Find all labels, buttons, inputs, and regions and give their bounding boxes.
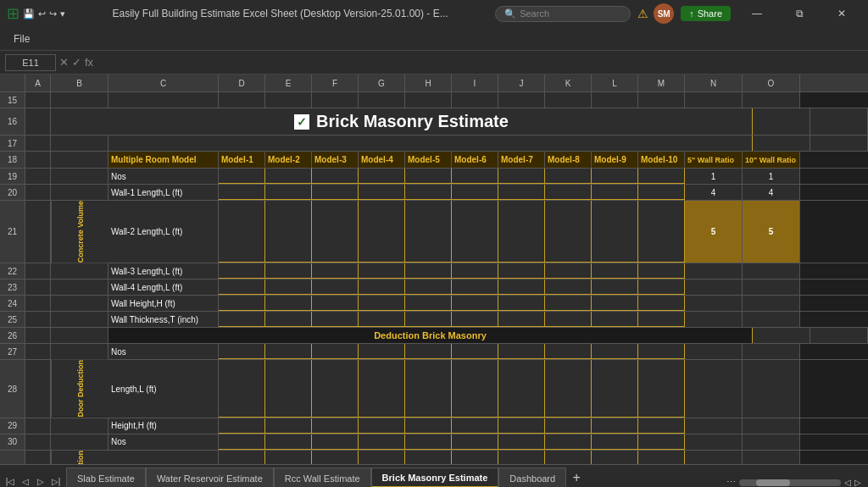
col-header-g[interactable]: G [359, 75, 405, 91]
col-model9[interactable]: Model-9 [592, 152, 638, 168]
cell-e27[interactable] [265, 344, 312, 359]
cell-e19[interactable] [265, 169, 312, 184]
cell-o16[interactable] [810, 108, 868, 135]
cell-n24[interactable] [685, 296, 743, 311]
col-model5[interactable]: Model-5 [405, 152, 452, 168]
cell-f27[interactable] [312, 344, 359, 359]
cell-reference-input[interactable] [5, 54, 56, 71]
cell-a28[interactable] [25, 360, 51, 418]
cell-o17[interactable] [810, 136, 868, 151]
cell-d19[interactable] [219, 169, 265, 184]
cell-i19[interactable] [452, 169, 498, 184]
cell-j15[interactable] [498, 92, 545, 108]
cell-d25[interactable] [219, 312, 265, 327]
cell-m25[interactable] [638, 312, 685, 327]
cell-i15[interactable] [452, 92, 498, 108]
cell-k31[interactable] [545, 451, 592, 464]
cell-g15[interactable] [359, 92, 405, 108]
col-header-a[interactable]: A [25, 75, 51, 91]
cell-a31[interactable] [25, 451, 51, 464]
cell-d23[interactable] [219, 279, 265, 295]
cell-o22[interactable] [743, 263, 800, 279]
cell-k29[interactable] [545, 418, 592, 434]
cell-a29[interactable] [25, 418, 51, 434]
cell-c20-wall1[interactable]: Wall-1 Length,L (ft) [108, 185, 219, 200]
cell-g28[interactable] [359, 360, 405, 418]
cell-o20-ratio2[interactable]: 4 [743, 185, 800, 200]
col-header-d[interactable]: D [219, 75, 265, 91]
col-model7[interactable]: Model-7 [498, 152, 545, 168]
cell-e22[interactable] [265, 263, 312, 279]
cell-g20[interactable] [359, 185, 405, 200]
cell-n27[interactable] [685, 344, 743, 359]
col-header-i[interactable]: I [452, 75, 498, 91]
cell-m19[interactable] [638, 169, 685, 184]
cell-a22[interactable] [25, 263, 51, 279]
cell-c27-nos[interactable]: Nos [108, 344, 219, 359]
redo-icon[interactable]: ↪ [49, 8, 57, 19]
cell-i25[interactable] [452, 312, 498, 327]
col-header-f[interactable]: F [312, 75, 359, 91]
cell-h28[interactable] [405, 360, 452, 418]
cell-m30[interactable] [638, 434, 685, 450]
col-header-e[interactable]: E [265, 75, 312, 91]
cell-g27[interactable] [359, 344, 405, 359]
cell-i22[interactable] [452, 263, 498, 279]
cell-i29[interactable] [452, 418, 498, 434]
cell-n16[interactable] [753, 108, 810, 135]
col-header-h[interactable]: H [405, 75, 452, 91]
cell-a15[interactable] [25, 92, 51, 108]
cell-a23[interactable] [25, 279, 51, 295]
col-header-b[interactable]: B [51, 75, 108, 91]
cell-f24[interactable] [312, 296, 359, 311]
col-model3[interactable]: Model-3 [312, 152, 359, 168]
cell-k15[interactable] [545, 92, 592, 108]
cell-o25[interactable] [743, 312, 800, 327]
cell-b18[interactable] [51, 152, 108, 168]
scroll-left-icon[interactable]: ◁ [844, 478, 851, 487]
cell-m22[interactable] [638, 263, 685, 279]
window-controls[interactable]: — ⧉ ✕ [737, 0, 861, 27]
cell-d28[interactable] [219, 360, 265, 418]
cell-b25[interactable] [51, 312, 108, 327]
cell-h15[interactable] [405, 92, 452, 108]
col-header-k[interactable]: K [545, 75, 592, 91]
cell-c25-thickness[interactable]: Wall Thickness,T (inch) [108, 312, 219, 327]
cell-a26[interactable] [25, 328, 51, 343]
cell-d31[interactable] [219, 451, 265, 464]
cell-m15[interactable] [638, 92, 685, 108]
col-model2[interactable]: Model-2 [265, 152, 312, 168]
tab-slab-estimate[interactable]: Slab Estimate [66, 468, 146, 487]
cell-k24[interactable] [545, 296, 592, 311]
cell-n23[interactable] [685, 279, 743, 295]
cell-o21-ratio3[interactable]: 5 [743, 201, 800, 263]
cell-c23-wall4[interactable]: Wall-4 Length,L (ft) [108, 279, 219, 295]
cell-span17[interactable] [108, 136, 753, 151]
cell-o24[interactable] [743, 296, 800, 311]
cell-k30[interactable] [545, 434, 592, 450]
cell-n30[interactable] [685, 434, 743, 450]
cell-j25[interactable] [498, 312, 545, 327]
cell-e20[interactable] [265, 185, 312, 200]
cell-g22[interactable] [359, 263, 405, 279]
cell-i20[interactable] [452, 185, 498, 200]
cancel-formula-icon[interactable]: ✕ [59, 56, 69, 69]
col-header-c[interactable]: C [108, 75, 219, 91]
cell-a16[interactable] [25, 108, 51, 135]
cell-n20-ratio2[interactable]: 4 [685, 185, 743, 200]
cell-a30[interactable] [25, 434, 51, 450]
sheet-options-icon[interactable]: ⋯ [726, 477, 736, 487]
cell-i27[interactable] [452, 344, 498, 359]
tab-dashboard[interactable]: Dashboard [498, 468, 566, 487]
tab-nav-prev[interactable]: ◁ [19, 474, 32, 487]
cell-n25[interactable] [685, 312, 743, 327]
cell-e15[interactable] [265, 92, 312, 108]
cell-j31[interactable] [498, 451, 545, 464]
col-model8[interactable]: Model-8 [545, 152, 592, 168]
col-header-m[interactable]: M [638, 75, 685, 91]
col-header-j[interactable]: J [498, 75, 545, 91]
cell-g19[interactable] [359, 169, 405, 184]
cell-a19[interactable] [25, 169, 51, 184]
cell-j28[interactable] [498, 360, 545, 418]
cell-h24[interactable] [405, 296, 452, 311]
